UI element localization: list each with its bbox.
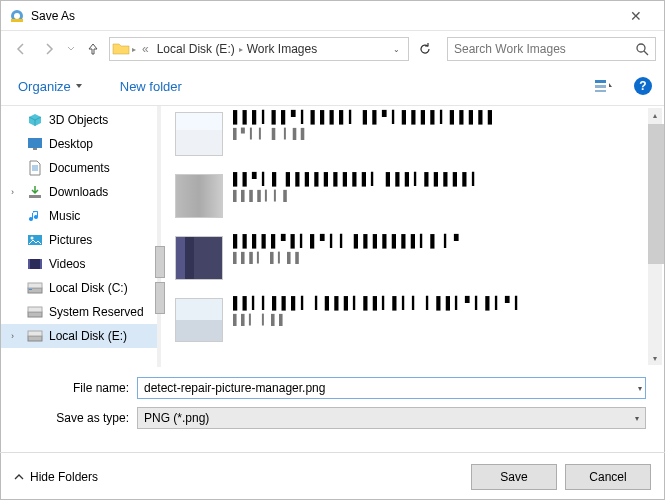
sidebar-label: Local Disk (E:) (49, 329, 127, 343)
file-item[interactable]: ▌▌▌▌▌▘▌▎▌▘▎▎ ▌▌▌▌▌▌▌▎▌ ▎▘ ▌▌▌▎ ▌▎▌▌ (175, 234, 658, 296)
sidebar-item-system-reserved[interactable]: System Reserved (1, 300, 157, 324)
organize-menu[interactable]: Organize (13, 72, 88, 101)
svg-rect-17 (28, 283, 42, 288)
svg-rect-13 (28, 259, 42, 269)
chevron-right-icon[interactable]: › (11, 331, 14, 341)
svg-rect-2 (11, 19, 23, 22)
recent-dropdown[interactable] (65, 37, 77, 61)
file-name: ▌▌▘▎▌ ▌▌▌▌▌▌▌▌▌▎ ▌▌▌▎▌▌▌▌▌▎ (233, 172, 482, 186)
app-icon (9, 8, 25, 24)
chevron-down-icon: ▾ (635, 414, 639, 423)
hide-folders-toggle[interactable]: Hide Folders (14, 470, 98, 484)
sidebar-label: Music (49, 209, 80, 223)
navbar: ▸ « Local Disk (E:) ▸ Work Images ⌄ (1, 31, 664, 67)
hide-folders-label: Hide Folders (30, 470, 98, 484)
file-name-input[interactable] (137, 377, 646, 399)
view-mode-button[interactable] (586, 74, 622, 98)
up-button[interactable] (81, 37, 105, 61)
file-subtitle: ▌▘▎▎ ▌ ▎▌▌ (233, 128, 497, 139)
scroll-down-button[interactable]: ▾ (648, 351, 662, 365)
file-name: ▌▌▎▎▌▌▌▎ ▎▌▌▌▎▌▌▎▌▎▎ ▎▌▌▎▘▎▌▎▘▎ (233, 296, 525, 310)
svg-rect-18 (29, 289, 32, 290)
file-name: ▌▌▌▎▌▌▘▎▌▌▌▌▎ ▌▌▘▎▌▌▌▌▎▌▌▌▌▌ (233, 110, 497, 124)
thumbnail (175, 236, 223, 280)
chevron-up-icon (14, 472, 24, 482)
videos-icon (27, 256, 43, 272)
sidebar-item-music[interactable]: Music (1, 204, 157, 228)
cube-icon (27, 112, 43, 128)
sidebar-label: 3D Objects (49, 113, 108, 127)
file-list[interactable]: ▌▌▌▎▌▌▘▎▌▌▌▌▎ ▌▌▘▎▌▌▌▌▎▌▌▌▌▌ ▌▘▎▎ ▌ ▎▌▌ … (161, 106, 664, 367)
back-button[interactable] (9, 37, 33, 61)
drive-icon (27, 328, 43, 344)
breadcrumb-dropdown[interactable]: ⌄ (389, 45, 404, 54)
main-area: 3D Objects Desktop Documents › Downloads… (1, 105, 664, 367)
scroll-thumb[interactable] (648, 124, 664, 264)
file-item[interactable]: ▌▌▌▎▌▌▘▎▌▌▌▌▎ ▌▌▘▎▌▌▌▌▎▌▌▌▌▌ ▌▘▎▎ ▌ ▎▌▌ (175, 110, 658, 172)
close-button[interactable]: ✕ (616, 1, 656, 31)
sidebar-label: Documents (49, 161, 110, 175)
titlebar: Save As ✕ (1, 1, 664, 31)
help-button[interactable]: ? (634, 77, 652, 95)
desktop-icon (27, 136, 43, 152)
sidebar-label: Desktop (49, 137, 93, 151)
footer: Hide Folders Save Cancel (0, 452, 665, 500)
sidebar-item-local-c[interactable]: Local Disk (C:) (1, 276, 157, 300)
sidebar-item-documents[interactable]: Documents (1, 156, 157, 180)
sidebar-label: Videos (49, 257, 85, 271)
svg-rect-10 (29, 195, 41, 198)
svg-rect-20 (28, 307, 42, 312)
new-folder-button[interactable]: New folder (116, 73, 186, 100)
svg-rect-6 (595, 85, 606, 88)
search-input[interactable] (454, 42, 635, 56)
sidebar-item-desktop[interactable]: Desktop (1, 132, 157, 156)
file-subtitle: ▌▌▎ ▎▌▌ (233, 314, 525, 325)
save-type-label: Save as type: (19, 411, 129, 425)
svg-point-3 (637, 44, 645, 52)
address-bar[interactable]: ▸ « Local Disk (E:) ▸ Work Images ⌄ (109, 37, 409, 61)
drive-icon (27, 304, 43, 320)
sidebar-item-videos[interactable]: Videos (1, 252, 157, 276)
sidebar-label: Pictures (49, 233, 92, 247)
navigation-tree[interactable]: 3D Objects Desktop Documents › Downloads… (1, 106, 157, 367)
save-button[interactable]: Save (471, 464, 557, 490)
breadcrumb-prefix: « (138, 42, 153, 56)
refresh-button[interactable] (413, 37, 437, 61)
file-item[interactable]: ▌▌▘▎▌ ▌▌▌▌▌▌▌▌▌▎ ▌▌▌▎▌▌▌▌▌▎ ▌▌▌▌▎▎▌ (175, 172, 658, 234)
chevron-right-icon[interactable]: › (11, 187, 14, 197)
scroll-up-button[interactable]: ▴ (648, 108, 662, 122)
file-name: ▌▌▌▌▌▘▌▎▌▘▎▎ ▌▌▌▌▌▌▌▎▌ ▎▘ (233, 234, 464, 248)
toolbar: Organize New folder ? (1, 67, 664, 105)
folder-icon (112, 41, 130, 57)
sidebar-item-3d-objects[interactable]: 3D Objects (1, 108, 157, 132)
breadcrumb-disk[interactable]: Local Disk (E:) (153, 42, 239, 56)
sidebar-label: System Reserved (49, 305, 144, 319)
thumbnail (175, 112, 223, 156)
document-icon (27, 160, 43, 176)
search-box[interactable] (447, 37, 656, 61)
save-type-value: PNG (*.png) (144, 411, 209, 425)
drive-icon (27, 280, 43, 296)
forward-button[interactable] (37, 37, 61, 61)
pictures-icon (27, 232, 43, 248)
svg-rect-5 (595, 80, 606, 83)
organize-label: Organize (18, 79, 71, 94)
window-title: Save As (31, 9, 75, 23)
sidebar-label: Local Disk (C:) (49, 281, 128, 295)
scrollbar[interactable]: ▴ ▾ (648, 108, 662, 365)
save-type-dropdown[interactable]: PNG (*.png) ▾ (137, 407, 646, 429)
file-item[interactable]: ▌▌▎▎▌▌▌▎ ▎▌▌▌▎▌▌▎▌▎▎ ▎▌▌▎▘▎▌▎▘▎ ▌▌▎ ▎▌▌ (175, 296, 658, 358)
breadcrumb-folder[interactable]: Work Images (243, 42, 321, 56)
sidebar-label: Downloads (49, 185, 108, 199)
search-icon (635, 42, 649, 56)
svg-rect-19 (28, 312, 42, 317)
sidebar-item-downloads[interactable]: › Downloads (1, 180, 157, 204)
sidebar-item-pictures[interactable]: Pictures (1, 228, 157, 252)
file-subtitle: ▌▌▌▌▎▎▌ (233, 190, 482, 201)
sidebar-item-local-e[interactable]: › Local Disk (E:) (1, 324, 157, 348)
svg-line-4 (644, 51, 648, 55)
chevron-down-icon (75, 82, 83, 90)
svg-rect-22 (28, 331, 42, 336)
cancel-button[interactable]: Cancel (565, 464, 651, 490)
thumbnail (175, 298, 223, 342)
